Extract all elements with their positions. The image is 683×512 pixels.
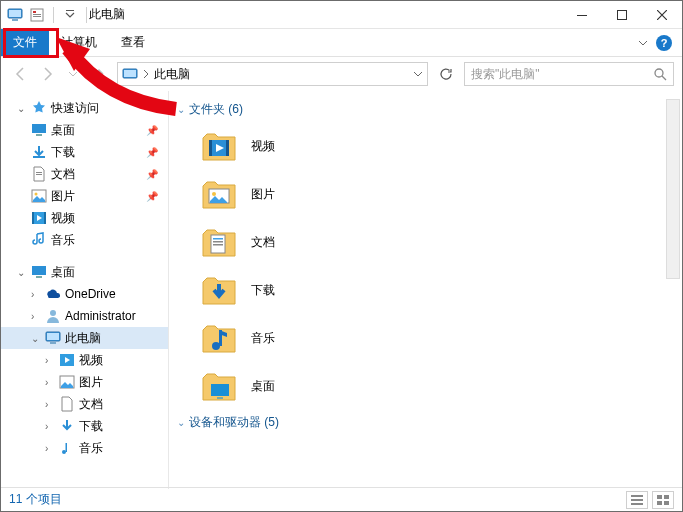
properties-icon[interactable] [29,7,45,23]
folder-label: 文档 [251,234,275,251]
sidebar-administrator[interactable]: › Administrator [1,305,168,327]
sidebar-documents[interactable]: 文档 📌 [1,163,168,185]
svg-rect-42 [213,241,223,243]
sidebar-item-label: 图片 [79,374,103,391]
video-icon [31,210,47,226]
qat-dropdown-icon[interactable] [62,7,78,23]
svg-rect-15 [32,124,46,133]
chevron-right-icon[interactable]: › [45,377,55,388]
svg-rect-25 [32,266,46,275]
sidebar-desktop-root[interactable]: ⌄ 桌面 [1,261,168,283]
icons-view-button[interactable] [652,491,674,509]
tab-view[interactable]: 查看 [109,29,157,56]
sidebar-desktop[interactable]: 桌面 📌 [1,119,168,141]
svg-rect-17 [33,156,45,158]
chevron-right-icon [142,69,150,79]
svg-point-39 [212,192,216,196]
svg-rect-2 [12,19,18,21]
svg-rect-50 [631,503,643,505]
ribbon-expand-icon[interactable] [638,38,648,48]
chevron-right-icon[interactable]: › [45,421,55,432]
sidebar-item-label: 桌面 [51,264,75,281]
pin-icon: 📌 [146,147,158,158]
chevron-down-icon[interactable]: ⌄ [31,333,41,344]
svg-rect-1 [9,10,21,17]
video-icon [59,352,75,368]
sidebar-quick-access[interactable]: ⌄ 快速访问 [1,97,168,119]
chevron-down-icon[interactable]: ⌄ [17,103,27,114]
tab-file-label: 文件 [13,34,37,51]
group-devices[interactable]: ⌄ 设备和驱动器 (5) [177,410,674,435]
chevron-right-icon[interactable]: › [31,311,41,322]
svg-point-27 [50,310,56,316]
help-icon[interactable]: ? [656,35,672,51]
tab-view-label: 查看 [121,34,145,51]
sidebar-item-label: 下载 [51,144,75,161]
sidebar-tp-downloads[interactable]: › 下载 [1,415,168,437]
chevron-right-icon[interactable]: › [45,399,55,410]
svg-rect-52 [664,495,669,499]
recent-dropdown[interactable] [61,62,85,86]
forward-button[interactable] [35,62,59,86]
quick-access-toolbar [1,7,84,23]
sidebar-this-pc[interactable]: ⌄ 此电脑 [1,327,168,349]
sidebar-pictures[interactable]: 图片 📌 [1,185,168,207]
sidebar-tp-documents[interactable]: › 文档 [1,393,168,415]
folder-pictures[interactable]: 图片 [177,170,674,218]
folder-desktop[interactable]: 桌面 [177,362,674,410]
sidebar-item-label: 桌面 [51,122,75,139]
pictures-folder-icon [201,176,237,212]
chevron-down-icon[interactable]: ⌄ [17,267,27,278]
folder-downloads[interactable]: 下载 [177,266,674,314]
sidebar-videos[interactable]: 视频 [1,207,168,229]
address-bar[interactable]: 此电脑 [117,62,428,86]
folder-documents[interactable]: 文档 [177,218,674,266]
search-box[interactable] [464,62,674,86]
group-folders[interactable]: ⌄ 文件夹 (6) [177,97,674,122]
chevron-down-icon[interactable]: ⌄ [177,104,185,115]
chevron-right-icon[interactable]: › [45,355,55,366]
svg-rect-16 [36,134,42,136]
pin-icon: 📌 [146,191,158,202]
sidebar-item-label: 下载 [79,418,103,435]
details-view-button[interactable] [626,491,648,509]
sidebar-tp-videos[interactable]: › 视频 [1,349,168,371]
sidebar-tp-pictures[interactable]: › 图片 [1,371,168,393]
navigation-pane[interactable]: ⌄ 快速访问 桌面 📌 下载 📌 文档 📌 图片 📌 视频 [1,91,169,489]
sidebar-music[interactable]: 音乐 [1,229,168,251]
tab-file[interactable]: 文件 [1,29,49,56]
chevron-right-icon[interactable]: › [45,443,55,454]
sidebar-downloads[interactable]: 下载 📌 [1,141,168,163]
vertical-scrollbar[interactable] [666,99,680,279]
desktop-icon [31,122,47,138]
up-button[interactable] [87,62,111,86]
sidebar-item-label: 快速访问 [51,100,99,117]
folder-music[interactable]: 音乐 [177,314,674,362]
minimize-button[interactable] [562,1,602,29]
chevron-down-icon[interactable]: ⌄ [177,417,185,428]
folder-videos[interactable]: 视频 [177,122,674,170]
sidebar-item-label: 音乐 [51,232,75,249]
sidebar-tp-music[interactable]: › 音乐 [1,437,168,459]
content-pane[interactable]: ⌄ 文件夹 (6) 视频 图片 文档 下载 音乐 桌面 ⌄ 设备 [169,91,682,489]
search-input[interactable] [471,67,653,81]
address-dropdown-icon[interactable] [413,69,423,79]
sidebar-onedrive[interactable]: › OneDrive [1,283,168,305]
folder-label: 图片 [251,186,275,203]
music-icon [59,440,75,456]
back-button[interactable] [9,62,33,86]
star-icon [31,100,47,116]
sidebar-item-label: 视频 [79,352,103,369]
svg-rect-34 [66,443,68,452]
tab-computer[interactable]: 计算机 [49,29,109,56]
refresh-button[interactable] [434,62,458,86]
close-button[interactable] [642,1,682,29]
desktop-icon [31,264,47,280]
breadcrumb[interactable]: 此电脑 [154,66,409,83]
user-icon [45,308,61,324]
svg-rect-51 [657,495,662,499]
maximize-button[interactable] [602,1,642,29]
chevron-right-icon[interactable]: › [31,289,41,300]
folder-label: 桌面 [251,378,275,395]
address-icon [122,66,138,82]
